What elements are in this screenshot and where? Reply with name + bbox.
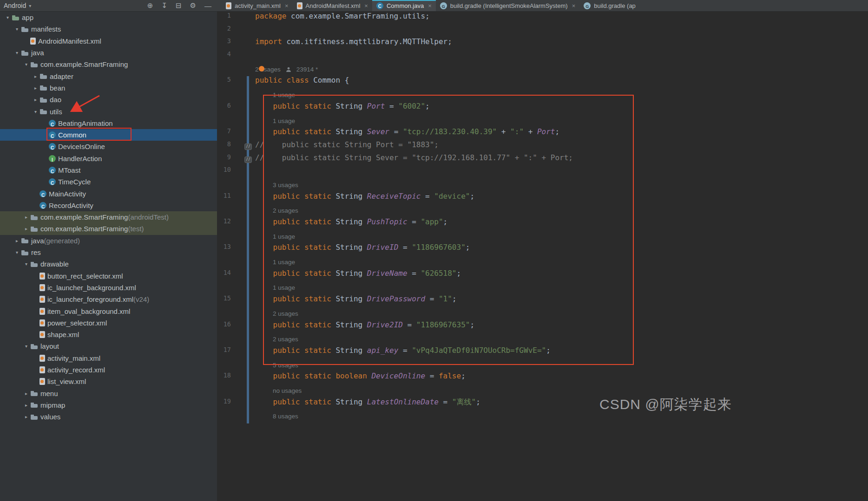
chevron-collapsed-icon[interactable]: ▸ <box>22 414 30 419</box>
tree-item-menu[interactable]: ▸menu <box>0 388 217 399</box>
usage-hint[interactable]: 2 usages <box>273 307 298 320</box>
line-number[interactable]: 16 <box>217 320 231 328</box>
chevron-collapsed-icon[interactable]: ▸ <box>32 74 39 79</box>
usage-hint[interactable]: 1 usage <box>273 281 295 294</box>
chevron-collapsed-icon[interactable]: ▸ <box>22 226 30 231</box>
code-text[interactable]: package com.example.SmartFraming.utils; <box>255 12 430 20</box>
tree-item-drawable[interactable]: ▾drawable <box>0 258 217 270</box>
line-number[interactable]: 11 <box>217 192 231 199</box>
tree-item-bean[interactable]: ▸bean <box>0 82 217 94</box>
line-number[interactable]: 4 <box>217 50 231 58</box>
chevron-collapsed-icon[interactable]: ▸ <box>22 403 30 408</box>
line-number[interactable]: 6 <box>217 102 231 109</box>
line-number[interactable]: 10 <box>217 166 231 173</box>
tree-item-button-rect-selector-xml[interactable]: button_rect_selector.xml <box>0 270 217 282</box>
line-number[interactable]: 19 <box>217 397 231 405</box>
collapse-all-icon[interactable]: ⊟ <box>176 1 182 10</box>
editor-tab-common-java[interactable]: Common.java× <box>372 0 436 11</box>
chevron-expanded-icon[interactable]: ▾ <box>22 344 30 349</box>
usage-hint[interactable]: 2 usages <box>273 204 298 217</box>
tree-item-common[interactable]: Common <box>0 129 217 141</box>
code-text[interactable]: public static boolean DeviceOnline = fal… <box>255 371 466 380</box>
code-text[interactable]: public static String ReceiveTopic = "dev… <box>255 192 474 201</box>
tree-item-ic-launcher-background-xml[interactable]: ic_launcher_background.xml <box>0 282 217 293</box>
tree-item-values[interactable]: ▸values <box>0 411 217 423</box>
line-number[interactable]: 2 <box>217 25 231 32</box>
editor-tab-androidmanifest-xml[interactable]: AndroidManifest.xml× <box>293 0 372 11</box>
usage-hint[interactable]: 8 usages <box>273 410 298 423</box>
tree-item-mipmap[interactable]: ▸mipmap <box>0 399 217 411</box>
tree-item-mainactivity[interactable]: MainActivity <box>0 188 217 199</box>
code-text[interactable]: // public static String Sever = "tcp://1… <box>255 153 573 162</box>
line-number[interactable]: 13 <box>217 243 231 250</box>
code-text[interactable]: public static String PushTopic = "app"; <box>255 217 447 226</box>
tree-item-layout[interactable]: ▾layout <box>0 340 217 352</box>
tree-item-manifests[interactable]: ▾manifests <box>0 23 217 35</box>
chevron-expanded-icon[interactable]: ▾ <box>4 15 12 20</box>
usage-hint[interactable]: 1 usage <box>273 89 295 102</box>
editor-tab-build-gradle-ap[interactable]: build.gradle (ap <box>579 0 640 11</box>
tree-item-handleraction[interactable]: HandlerAction <box>0 153 217 164</box>
code-text[interactable]: public static String Port = "6002"; <box>255 102 430 111</box>
tree-item-beatinganimation[interactable]: BeatingAnimation <box>0 117 217 129</box>
tree-item-com-example-smartframing[interactable]: ▾com.example.SmartFraming <box>0 59 217 70</box>
usage-hint[interactable]: 1 usage <box>273 256 295 269</box>
tree-item-recordactivity[interactable]: RecordActivity <box>0 200 217 211</box>
tab-close-icon[interactable]: × <box>364 2 368 9</box>
tree-item-item-oval-background-xml[interactable]: item_oval_background.xml <box>0 305 217 317</box>
chevron-collapsed-icon[interactable]: ▸ <box>22 391 30 396</box>
settings-gear-icon[interactable]: ⚙ <box>190 1 196 10</box>
chevron-collapsed-icon[interactable]: ▸ <box>32 97 39 102</box>
code-text[interactable]: public static String Sever = "tcp://183.… <box>255 127 559 136</box>
chevron-collapsed-icon[interactable]: ▸ <box>22 215 30 220</box>
tree-item-deviceisonline[interactable]: DeviceIsOnline <box>0 141 217 152</box>
chevron-expanded-icon[interactable]: ▾ <box>13 50 21 55</box>
chevron-collapsed-icon[interactable]: ▸ <box>13 238 21 243</box>
code-text[interactable]: public static String Drive2ID = "1186967… <box>255 320 474 329</box>
usage-hint[interactable]: 2 usages <box>273 333 298 346</box>
tree-item-java[interactable]: ▾java <box>0 47 217 59</box>
comment-fold-icon[interactable]: // <box>244 156 252 163</box>
line-number[interactable]: 17 <box>217 346 231 353</box>
tree-item-power-selector-xml[interactable]: power_selector.xml <box>0 317 217 329</box>
tree-item-timecycle[interactable]: TimeCycle <box>0 176 217 188</box>
tab-close-icon[interactable]: × <box>428 2 432 9</box>
code-text[interactable]: public class Common { <box>255 76 349 85</box>
tree-item-activity-record-xml[interactable]: activity_record.xml <box>0 364 217 376</box>
line-number[interactable]: 7 <box>217 127 231 135</box>
tree-item-java-generated[interactable]: ▸java (generated) <box>0 235 217 247</box>
line-number[interactable]: 3 <box>217 37 231 45</box>
project-view-selector[interactable]: Android ▾ <box>4 2 31 9</box>
code-text[interactable]: public static String DrivePassword = "1"… <box>255 294 457 303</box>
line-number[interactable]: 8 <box>217 140 231 148</box>
line-number[interactable]: 15 <box>217 294 231 302</box>
tree-item-list-view-xml[interactable]: list_view.xml <box>0 376 217 387</box>
code-text[interactable]: // public static String Port = "1883"; <box>255 140 439 149</box>
tree-item-mtoast[interactable]: MToast <box>0 164 217 176</box>
tree-item-ic-launcher-foreground-xml-v24[interactable]: ic_launcher_foreground.xml (v24) <box>0 293 217 305</box>
tree-item-shape-xml[interactable]: shape.xml <box>0 329 217 340</box>
code-editor[interactable]: 1package com.example.SmartFraming.utils;… <box>217 12 868 501</box>
locate-file-icon[interactable]: ⊕ <box>147 1 153 10</box>
comment-fold-icon[interactable]: // <box>244 143 252 150</box>
usage-hint[interactable]: 3 usages <box>273 179 298 192</box>
code-text[interactable]: public static String DriveID = "11869676… <box>255 243 470 252</box>
tab-close-icon[interactable]: × <box>285 2 289 9</box>
tree-item-adapter[interactable]: ▸adapter <box>0 70 217 82</box>
usage-hint[interactable]: 5 usages <box>273 359 298 372</box>
usage-hint[interactable]: 2 usages23914 * <box>255 63 318 76</box>
tree-item-com-example-smartframing-androidtest[interactable]: ▸com.example.SmartFraming (androidTest) <box>0 211 217 223</box>
code-text[interactable]: import com.itfitness.mqttlibrary.MQTTHel… <box>255 37 452 46</box>
code-text[interactable]: public static String LatestOnlineDate = … <box>255 397 480 407</box>
line-number[interactable]: 1 <box>217 12 231 19</box>
line-number[interactable]: 9 <box>217 153 231 161</box>
tree-item-com-example-smartframing-test[interactable]: ▸com.example.SmartFraming (test) <box>0 223 217 234</box>
editor-tab-build-gradle-intelligentsmokealarmsystem[interactable]: build.gradle (IntelligentSmokeAlarmSyste… <box>436 0 579 11</box>
chevron-expanded-icon[interactable]: ▾ <box>22 261 30 267</box>
tree-item-dao[interactable]: ▸dao <box>0 94 217 105</box>
hide-panel-icon[interactable]: — <box>204 2 211 10</box>
chevron-expanded-icon[interactable]: ▾ <box>32 109 39 114</box>
usage-hint[interactable]: 1 usage <box>273 115 295 128</box>
usage-hint[interactable]: 1 usage <box>273 230 295 243</box>
editor-tab-activity-main-xml[interactable]: activity_main.xml× <box>222 0 293 11</box>
